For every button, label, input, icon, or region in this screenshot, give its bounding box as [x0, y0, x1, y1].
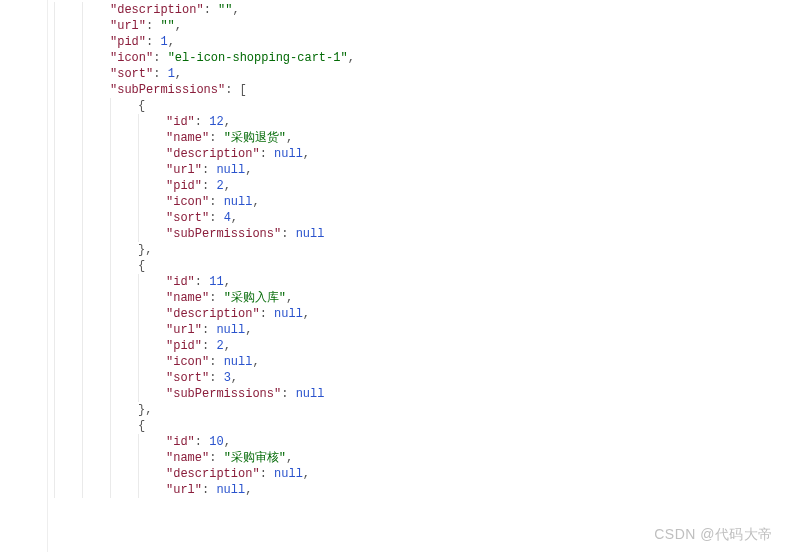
- code-line: "id": 12,: [54, 114, 787, 130]
- gutter-line: [0, 66, 47, 82]
- code-area[interactable]: "description": "","url": "","pid": 1,"ic…: [48, 0, 787, 552]
- token-punc: ,: [231, 211, 238, 225]
- token-punc: ,: [252, 195, 259, 209]
- gutter-line: [0, 146, 47, 162]
- token-null: null: [296, 227, 325, 241]
- code-line: "pid": 2,: [54, 338, 787, 354]
- code-line: {: [54, 258, 787, 274]
- token-punc: :: [281, 387, 295, 401]
- code-line: {: [54, 98, 787, 114]
- token-punc: :: [153, 51, 167, 65]
- token-str: "采购审核": [224, 451, 286, 465]
- watermark: CSDN @代码大帝: [654, 526, 773, 544]
- token-key: "description": [166, 467, 260, 481]
- token-punc: ,: [224, 179, 231, 193]
- gutter-line: [0, 18, 47, 34]
- token-brace: },: [138, 403, 152, 417]
- token-punc: :: [202, 179, 216, 193]
- token-str: "el-icon-shopping-cart-1": [168, 51, 348, 65]
- code-line: "name": "采购入库",: [54, 290, 787, 306]
- token-key: "description": [166, 307, 260, 321]
- token-punc: ,: [224, 435, 231, 449]
- code-line: "name": "采购退货",: [54, 130, 787, 146]
- gutter-line: [0, 114, 47, 130]
- token-punc: ,: [224, 115, 231, 129]
- gutter-line: [0, 402, 47, 418]
- code-line: "name": "采购审核",: [54, 450, 787, 466]
- code-line: },: [54, 242, 787, 258]
- token-key: "pid": [166, 179, 202, 193]
- token-num: 2: [216, 179, 223, 193]
- token-brace: },: [138, 243, 152, 257]
- token-key: "id": [166, 275, 195, 289]
- token-null: null: [274, 307, 303, 321]
- token-key: "pid": [166, 339, 202, 353]
- code-line: "subPermissions": [: [54, 82, 787, 98]
- token-key: "sort": [166, 371, 209, 385]
- token-punc: ,: [245, 483, 252, 497]
- code-line: "pid": 2,: [54, 178, 787, 194]
- gutter-line: [0, 370, 47, 386]
- code-line: "sort": 3,: [54, 370, 787, 386]
- code-line: },: [54, 402, 787, 418]
- token-punc: :: [202, 483, 216, 497]
- token-punc: :: [195, 275, 209, 289]
- token-key: "url": [166, 163, 202, 177]
- token-num: 1: [160, 35, 167, 49]
- gutter-line: [0, 2, 47, 18]
- token-punc: :: [209, 355, 223, 369]
- token-str: "采购入库": [224, 291, 286, 305]
- token-str: "": [160, 19, 174, 33]
- gutter-line: [0, 306, 47, 322]
- token-punc: :: [281, 227, 295, 241]
- gutter-line: [0, 466, 47, 482]
- token-key: "name": [166, 291, 209, 305]
- token-brace: {: [138, 99, 145, 113]
- token-num: 12: [209, 115, 223, 129]
- token-key: "id": [166, 115, 195, 129]
- code-line: "url": null,: [54, 482, 787, 498]
- code-line: "url": "",: [54, 18, 787, 34]
- token-punc: ,: [175, 19, 182, 33]
- token-key: "subPermissions": [166, 227, 281, 241]
- code-line: "description": null,: [54, 466, 787, 482]
- gutter-line: [0, 98, 47, 114]
- code-line: {: [54, 418, 787, 434]
- code-line: "id": 11,: [54, 274, 787, 290]
- token-punc: :: [202, 339, 216, 353]
- json-editor: "description": "","url": "","pid": 1,"ic…: [0, 0, 787, 552]
- token-punc: :: [202, 163, 216, 177]
- token-punc: :: [209, 195, 223, 209]
- gutter-line: [0, 226, 47, 242]
- gutter-line: [0, 258, 47, 274]
- token-punc: :: [209, 291, 223, 305]
- token-punc: :: [260, 147, 274, 161]
- token-null: null: [216, 163, 245, 177]
- token-key: "name": [166, 451, 209, 465]
- token-punc: ,: [286, 451, 293, 465]
- token-punc: ,: [224, 339, 231, 353]
- token-key: "description": [110, 3, 204, 17]
- code-line: "id": 10,: [54, 434, 787, 450]
- gutter: [0, 0, 48, 552]
- gutter-line: [0, 386, 47, 402]
- token-key: "subPermissions": [166, 387, 281, 401]
- gutter-line: [0, 290, 47, 306]
- gutter-line: [0, 50, 47, 66]
- token-punc: :: [209, 451, 223, 465]
- code-line: "subPermissions": null: [54, 226, 787, 242]
- token-key: "name": [166, 131, 209, 145]
- token-punc: ,: [175, 67, 182, 81]
- token-null: null: [296, 387, 325, 401]
- token-punc: :: [260, 467, 274, 481]
- token-null: null: [216, 323, 245, 337]
- code-line: "icon": null,: [54, 194, 787, 210]
- token-punc: :: [209, 131, 223, 145]
- token-punc: :: [146, 35, 160, 49]
- gutter-line: [0, 210, 47, 226]
- token-punc: ,: [224, 275, 231, 289]
- token-punc: ,: [245, 323, 252, 337]
- gutter-line: [0, 34, 47, 50]
- token-key: "url": [166, 323, 202, 337]
- token-null: null: [224, 195, 253, 209]
